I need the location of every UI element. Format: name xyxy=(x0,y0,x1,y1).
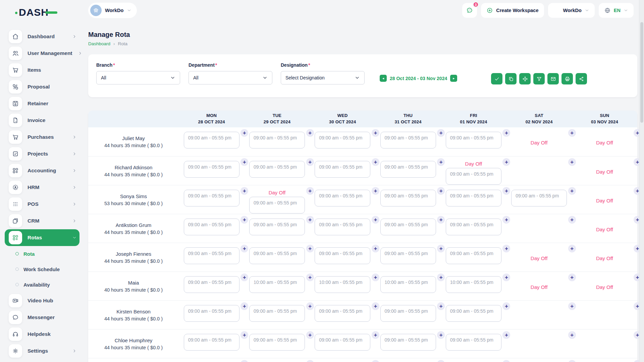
shift-box[interactable]: 09:00 am - 05:55 pm xyxy=(446,168,501,185)
approve-button[interactable] xyxy=(491,73,502,84)
employee-name: Juliet May xyxy=(122,135,145,141)
sidebar-item-helpdesk[interactable]: Helpdesk xyxy=(5,326,79,343)
filter-card: Branch* All Department* All Designation*… xyxy=(88,54,637,97)
sidebar-item-retainer[interactable]: Retainer xyxy=(5,95,79,112)
employee-cell: Sonya Sims53 hours 30 minute ( $0.0 ) xyxy=(88,185,179,214)
chevron-right-icon xyxy=(72,202,77,206)
shift-box[interactable]: 09:00 am - 05:55 pm xyxy=(184,276,239,293)
day-off-label: Day Off xyxy=(465,161,482,167)
create-workspace-label: Create Workspace xyxy=(496,8,538,13)
shift-box[interactable]: 09:00 am - 05:55 pm xyxy=(446,247,501,264)
shift-box[interactable]: 09:00 am - 05:55 pm xyxy=(184,190,239,206)
print-button[interactable] xyxy=(561,73,573,84)
sidebar-item-invoice[interactable]: Invoice xyxy=(5,112,79,129)
scrollbar-thumb[interactable] xyxy=(640,22,643,123)
move-button[interactable] xyxy=(519,73,531,84)
shift-box[interactable]: 09:00 am - 05:55 pm xyxy=(249,334,305,351)
shift-box[interactable]: 09:00 am - 05:55 pm xyxy=(380,305,436,322)
shift-box[interactable]: 09:00 am - 05:55 pm xyxy=(184,247,239,264)
shift-box[interactable]: 09:00 am - 05:55 pm xyxy=(315,161,370,178)
employee-name: Richard Atkinson xyxy=(115,165,153,170)
shift-box[interactable]: 09:00 am - 05:55 pm xyxy=(446,219,501,235)
users-icon xyxy=(9,47,22,60)
filter-button[interactable] xyxy=(533,73,545,84)
shift-cell-mon: + xyxy=(179,358,244,362)
workspace-switcher[interactable]: WorkDo xyxy=(88,3,137,18)
sidebar-subitem-availability[interactable]: Availability xyxy=(15,277,86,292)
sidebar-subitem-rota[interactable]: Rota xyxy=(15,246,86,261)
shift-box[interactable]: 09:00 am - 05:55 pm xyxy=(249,161,305,178)
language-selector[interactable]: EN xyxy=(599,3,634,18)
shift-box[interactable]: 09:00 am - 05:55 pm xyxy=(380,219,436,235)
account-menu-button[interactable]: WorkDo xyxy=(548,3,595,18)
sidebar-item-settings[interactable]: Settings xyxy=(5,343,79,359)
shift-box[interactable]: 09:00 am - 05:55 pm xyxy=(249,132,305,148)
sidebar-subitem-label: Availability xyxy=(23,282,50,288)
sidebar-item-video-hub[interactable]: Video Hub xyxy=(5,292,79,309)
sidebar-item-messenger[interactable]: Messenger xyxy=(5,309,79,326)
sidebar-item-user-management[interactable]: User Management xyxy=(5,45,79,62)
shift-box[interactable]: 09:00 am - 05:55 pm xyxy=(380,132,436,148)
sidebar-item-purchases[interactable]: Purchases xyxy=(5,129,79,145)
sidebar-item-accounting[interactable]: Accounting xyxy=(5,162,79,179)
sidebar-item-crm[interactable]: CRM xyxy=(5,213,79,229)
share-button[interactable] xyxy=(576,73,587,84)
shift-box[interactable]: 09:00 am - 05:55 pm xyxy=(249,247,305,264)
shift-cell-mon: +09:00 am - 05:55 pm xyxy=(179,185,244,214)
shift-box[interactable]: 09:00 am - 05:55 pm xyxy=(380,334,436,351)
shift-box[interactable]: 09:00 am - 05:55 pm xyxy=(446,132,501,148)
create-workspace-button[interactable]: Create Workspace xyxy=(481,3,544,18)
email-button[interactable] xyxy=(547,73,559,84)
previous-week-button[interactable]: ◂ xyxy=(380,75,387,82)
sidebar-subitem-work-schedule[interactable]: Work Schedule xyxy=(15,261,86,277)
branch-select[interactable]: All xyxy=(96,71,180,84)
sidebar-item-proposal[interactable]: Proposal xyxy=(5,78,79,95)
shift-box[interactable]: 09:00 am - 05:55 pm xyxy=(511,190,567,206)
shift-box[interactable]: 09:00 am - 05:55 pm xyxy=(249,219,305,235)
next-week-button[interactable]: ▸ xyxy=(450,75,457,82)
shift-box[interactable]: 10:00 am - 05:55 pm xyxy=(380,276,436,293)
department-select[interactable]: All xyxy=(189,71,272,84)
shift-box[interactable]: 09:00 am - 05:55 pm xyxy=(380,247,436,264)
shift-box[interactable]: 09:00 am - 05:55 pm xyxy=(315,190,370,206)
shift-cell-sun: + xyxy=(572,329,637,358)
shift-box[interactable]: 09:00 am - 05:55 pm xyxy=(446,334,501,351)
shift-box[interactable]: 09:00 am - 05:55 pm xyxy=(446,190,501,206)
shift-box[interactable]: 09:00 am - 05:55 pm xyxy=(315,305,370,322)
designation-select[interactable]: Select Designation xyxy=(281,71,365,84)
app-logo[interactable]: DASH xyxy=(19,7,49,17)
sidebar-item-pos[interactable]: POS xyxy=(5,196,79,213)
copy-button[interactable] xyxy=(505,73,517,84)
column-date: 02 NOV 2024 xyxy=(506,119,572,125)
shift-box[interactable]: 09:00 am - 05:55 pm xyxy=(380,190,436,206)
sidebar-item-projects[interactable]: Projects xyxy=(5,145,79,162)
rota-row-antikstion-grum: Antikstion Grum44 hours 35 minute ( $0.0… xyxy=(88,214,637,243)
shift-box[interactable]: 09:00 am - 05:55 pm xyxy=(184,334,239,351)
shift-box[interactable]: 09:00 am - 05:55 pm xyxy=(315,334,370,351)
shift-box[interactable]: 09:00 am - 05:55 pm xyxy=(315,132,370,148)
shift-box[interactable]: 09:00 am - 05:55 pm xyxy=(249,197,305,214)
shift-box[interactable]: 10:00 am - 05:55 pm xyxy=(249,276,305,293)
messages-button[interactable]: 0 xyxy=(462,3,477,18)
shift-box[interactable]: 10:00 am - 05:55 pm xyxy=(446,276,501,293)
shift-box[interactable]: 09:00 am - 05:55 pm xyxy=(184,161,239,178)
shift-box[interactable]: 09:00 am - 05:55 pm xyxy=(249,305,305,322)
sidebar-item-rotas[interactable]: Rotas xyxy=(5,229,79,246)
shift-box[interactable]: 09:00 am - 05:55 pm xyxy=(446,305,501,322)
shift-box[interactable]: 09:00 am - 05:55 pm xyxy=(315,247,370,264)
headset-icon xyxy=(9,327,22,341)
breadcrumb-dashboard-link[interactable]: Dashboard xyxy=(88,41,110,46)
column-header-sun: SUN03 NOV 2024 xyxy=(572,113,637,125)
sidebar-item-dashboard[interactable]: Dashboard xyxy=(5,28,79,45)
shift-box[interactable]: 09:00 am - 05:55 pm xyxy=(184,132,239,148)
shift-box[interactable]: 09:00 am - 05:55 pm xyxy=(315,219,370,235)
shift-time: 09:00 am - 05:55 pm xyxy=(319,193,362,198)
shift-time: 09:00 am - 05:55 pm xyxy=(254,337,297,343)
sidebar-item-hrm[interactable]: HRM xyxy=(5,179,79,196)
page-scrollbar[interactable] xyxy=(639,0,644,362)
shift-box[interactable]: 09:00 am - 05:55 pm xyxy=(184,219,239,235)
shift-box[interactable]: 09:00 am - 05:55 pm xyxy=(184,305,239,322)
sidebar-item-items[interactable]: Items xyxy=(5,62,79,78)
shift-box[interactable]: 10:00 am - 05:55 pm xyxy=(315,276,370,293)
shift-box[interactable]: 09:00 am - 05:55 pm xyxy=(380,161,436,178)
